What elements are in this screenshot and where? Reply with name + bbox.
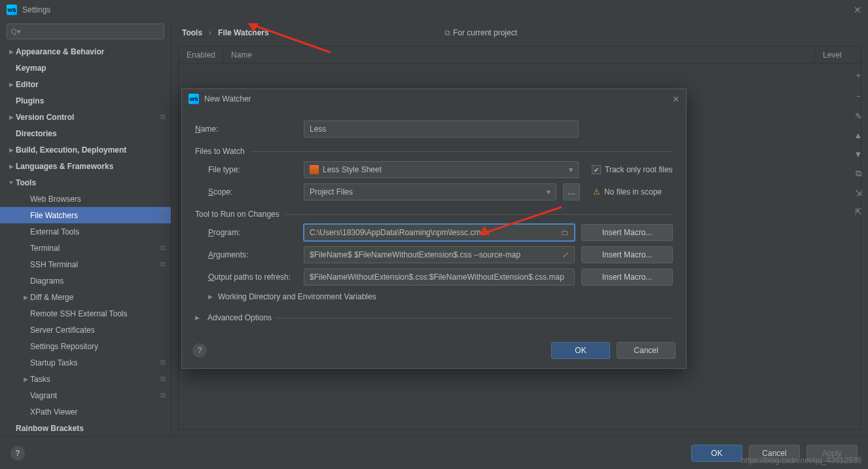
th-enabled[interactable]: Enabled	[179, 47, 223, 63]
chevron-down-icon: ▾	[569, 165, 573, 174]
window-title: Settings	[22, 5, 50, 14]
program-input[interactable]: C:\Users\18309\AppData\Roaming\npm\lessc…	[304, 224, 575, 241]
insert-macro-button[interactable]: Insert Macro...	[581, 246, 673, 263]
sidebar-item[interactable]: ▶Diff & Merge	[0, 289, 171, 305]
sidebar-item[interactable]: Startup Tasks⧉	[0, 354, 171, 371]
th-level[interactable]: Level	[815, 47, 861, 63]
sidebar-item[interactable]: Directories	[0, 125, 171, 141]
folder-icon[interactable]: 🗀	[561, 228, 569, 237]
sidebar-item-label: Diff & Merge	[30, 293, 166, 302]
insert-macro-button[interactable]: Insert Macro...	[581, 224, 673, 241]
sidebar-item[interactable]: Server Certificates	[0, 322, 171, 338]
scope-badge-icon: ⧉	[160, 260, 166, 269]
sidebar-item[interactable]: ▶Build, Execution, Deployment	[0, 141, 171, 158]
sidebar-item[interactable]: XPath Viewer	[0, 403, 171, 420]
export-icon[interactable]: ⇱	[855, 207, 862, 217]
dialog-titlebar: WS New Watcher ✕	[182, 89, 686, 109]
sidebar-item[interactable]: Rainbow Brackets	[0, 420, 171, 434]
add-icon[interactable]: ＋	[854, 69, 863, 81]
copy-icon: ⧉	[444, 28, 450, 37]
apply-button[interactable]: Apply	[806, 445, 858, 462]
filetype-label: File type:	[195, 165, 297, 174]
sidebar-item[interactable]: Settings Repository	[0, 338, 171, 354]
down-icon[interactable]: ▼	[854, 149, 863, 159]
ok-button[interactable]: OK	[551, 342, 610, 359]
insert-macro-button[interactable]: Insert Macro...	[581, 269, 673, 286]
scope-badge-icon: ⧉	[160, 244, 166, 252]
sidebar-item[interactable]: ▶Tasks⧉	[0, 371, 171, 387]
chevron-right-icon: ▶	[195, 314, 200, 321]
sidebar-item-label: Tools	[16, 178, 166, 187]
new-watcher-dialog: WS New Watcher ✕ Name: Less Files to Wat…	[181, 88, 687, 369]
scope-label: ⧉For current project	[444, 28, 517, 37]
tree-arrow-icon: ▶	[7, 48, 16, 55]
track-root-checkbox[interactable]: ✔ Track only root files	[592, 165, 673, 174]
chevron-down-icon: ▾	[547, 187, 551, 197]
close-icon[interactable]: ✕	[672, 94, 679, 104]
sidebar-item-label: Build, Execution, Deployment	[16, 145, 166, 155]
sidebar-item[interactable]: Keymap	[0, 60, 171, 76]
remove-icon[interactable]: －	[854, 90, 863, 102]
working-dir-section[interactable]: ▶ Working Directory and Environment Vari…	[195, 292, 673, 301]
sidebar-item[interactable]: Remote SSH External Tools	[0, 305, 171, 322]
scope-badge-icon: ⧉	[160, 391, 166, 400]
help-button[interactable]: ?	[10, 446, 25, 460]
arguments-input[interactable]: $FileName$ $FileNameWithoutExtension$.cs…	[304, 246, 575, 263]
tree-arrow-icon: ▶	[7, 163, 16, 170]
sidebar-item[interactable]: Vagrant⧉	[0, 387, 171, 403]
sidebar-item-label: File Watchers	[30, 211, 160, 220]
sidebar-item[interactable]: ▶Languages & Frameworks	[0, 158, 171, 174]
sidebar-item-label: Vagrant	[30, 391, 160, 400]
scope-label: Scope:	[195, 187, 297, 197]
breadcrumb-root[interactable]: Tools	[182, 28, 202, 37]
app-icon: WS	[189, 94, 199, 104]
settings-tree: ▶Appearance & BehaviorKeymap▶EditorPlugi…	[0, 43, 171, 434]
tree-arrow-icon: ▶	[7, 114, 16, 121]
sidebar-item-label: Appearance & Behavior	[16, 47, 166, 56]
sidebar-item[interactable]: SSH Terminal⧉	[0, 256, 171, 272]
edit-icon[interactable]: ✎	[855, 111, 862, 121]
search-field[interactable]	[24, 27, 160, 36]
expand-icon[interactable]: ⤢	[562, 250, 569, 259]
settings-sidebar: Q▾ ▶Appearance & BehaviorKeymap▶EditorPl…	[0, 20, 172, 436]
dialog-title: New Watcher	[204, 94, 251, 103]
program-label: Program:	[195, 228, 297, 237]
help-button[interactable]: ?	[192, 343, 207, 358]
up-icon[interactable]: ▲	[854, 130, 863, 140]
sidebar-item[interactable]: ▶Appearance & Behavior	[0, 43, 171, 60]
import-icon[interactable]: ⇲	[855, 188, 862, 198]
dialog-footer: ? OK Cancel	[182, 335, 686, 368]
scope-badge-icon: ⧉	[160, 358, 166, 367]
sidebar-item[interactable]: ▶Editor	[0, 76, 171, 92]
sidebar-item-label: Rainbow Brackets	[16, 424, 166, 433]
sidebar-item[interactable]: Terminal⧉	[0, 240, 171, 256]
chevron-right-icon: ›	[209, 28, 211, 37]
app-icon: WS	[7, 5, 17, 15]
sidebar-item-label: Remote SSH External Tools	[30, 309, 166, 318]
sidebar-item[interactable]: File Watchers⧉	[0, 207, 171, 223]
advanced-section[interactable]: Advanced Options	[208, 313, 272, 322]
filetype-select[interactable]: Less Style Sheet ▾	[304, 161, 579, 178]
sidebar-item[interactable]: Web Browsers	[0, 191, 171, 207]
copy-icon[interactable]: ⧉	[856, 168, 861, 179]
sidebar-item[interactable]: ▶Version Control⧉	[0, 109, 171, 125]
sidebar-item[interactable]: Plugins	[0, 92, 171, 109]
breadcrumb: Tools › File Watchers ⧉For current proje…	[172, 20, 868, 46]
name-input[interactable]: Less	[304, 121, 579, 138]
scope-badge-icon: ⧉	[160, 375, 166, 383]
cancel-button[interactable]: Cancel	[617, 342, 676, 359]
th-name[interactable]: Name	[223, 47, 815, 63]
scope-browse-button[interactable]: …	[563, 183, 580, 200]
sidebar-item-label: Terminal	[30, 244, 160, 253]
sidebar-item-label: Diagrams	[30, 276, 166, 286]
sidebar-item[interactable]: External Tools	[0, 223, 171, 240]
ok-button[interactable]: OK	[691, 445, 742, 462]
close-icon[interactable]: ✕	[854, 5, 861, 15]
chevron-right-icon: ▶	[208, 293, 213, 300]
search-input[interactable]: Q▾	[7, 24, 164, 39]
output-input[interactable]: $FileNameWithoutExtension$.css:$FileName…	[304, 269, 575, 286]
cancel-button[interactable]: Cancel	[749, 445, 800, 462]
sidebar-item[interactable]: Diagrams	[0, 272, 171, 289]
scope-select[interactable]: Project Files▾	[304, 183, 556, 200]
sidebar-item[interactable]: ▼Tools	[0, 174, 171, 191]
